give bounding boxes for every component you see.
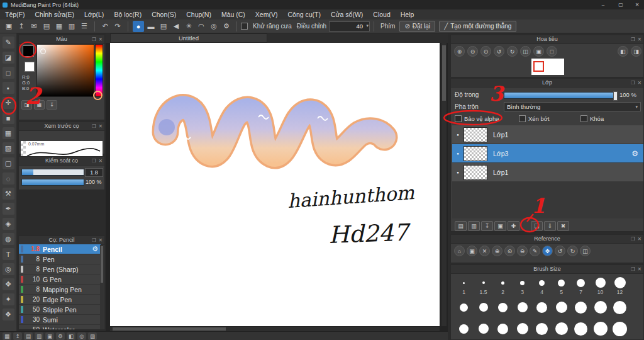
menu-item[interactable]: Công cụ(T) bbox=[282, 9, 326, 20]
popout-icon[interactable]: ❐ bbox=[631, 235, 635, 243]
brush-list-scrollbar[interactable] bbox=[100, 245, 104, 329]
brush-size-option[interactable] bbox=[454, 299, 474, 315]
tool-icon[interactable]: ▦ bbox=[3, 127, 14, 139]
tool-icon[interactable]: ◌ bbox=[3, 173, 14, 184]
brush-mode-icon[interactable]: ⚙ bbox=[221, 21, 232, 32]
menu-item[interactable]: Bộ lọc(R) bbox=[109, 9, 147, 20]
status-bar-icon[interactable]: ▤ bbox=[24, 332, 33, 340]
tool-icon[interactable]: ✎ bbox=[3, 37, 14, 48]
brush-size-option[interactable] bbox=[532, 299, 552, 315]
tool-icon[interactable]: ◎ bbox=[3, 263, 14, 275]
status-bar-icon[interactable]: ◎ bbox=[77, 332, 86, 340]
reference-tool-icon[interactable]: ✎ bbox=[530, 246, 540, 256]
close-icon[interactable]: ✕ bbox=[638, 35, 641, 43]
brush-size-option[interactable]: 3 bbox=[513, 276, 532, 295]
canvas-vertical-scrollbar[interactable] bbox=[441, 43, 447, 326]
tool-icon[interactable]: ✛ bbox=[3, 97, 14, 109]
brush-size-dot[interactable] bbox=[482, 281, 485, 284]
brush-list-item[interactable]: 10 G Pen ⚙ bbox=[19, 275, 101, 285]
navigator-zoom-icon[interactable]: ⊖ bbox=[467, 46, 478, 57]
hue-marker[interactable] bbox=[93, 91, 103, 100]
reference-tool-icon[interactable]: ▣ bbox=[467, 246, 477, 256]
canvas[interactable]: hainhunthom Hd247 bbox=[110, 43, 440, 326]
brush-mode-icon[interactable]: ◀ bbox=[170, 21, 182, 32]
brush-size-option[interactable] bbox=[474, 299, 493, 315]
reference-tool-icon[interactable]: ⊙ bbox=[504, 246, 515, 256]
toolbar-file-icon[interactable]: ▤ bbox=[41, 21, 52, 32]
status-bar-icon[interactable]: ▨ bbox=[88, 332, 97, 340]
brush-size-option[interactable] bbox=[552, 299, 571, 315]
brush-size-option[interactable] bbox=[493, 320, 513, 337]
brush-list-item[interactable]: 8 Mapping Pen ⚙ bbox=[19, 285, 101, 295]
close-icon[interactable]: ✕ bbox=[99, 35, 103, 43]
close-icon[interactable]: ✕ bbox=[638, 265, 641, 273]
tool-icon[interactable]: ⚒ bbox=[3, 188, 14, 200]
tool-icon[interactable]: ■ bbox=[3, 112, 14, 124]
gear-icon[interactable]: ⚙ bbox=[92, 245, 98, 253]
tool-icon[interactable]: ◈ bbox=[3, 218, 14, 230]
tool-icon[interactable]: ◪ bbox=[3, 52, 14, 64]
brush-size-option[interactable] bbox=[513, 299, 532, 315]
status-bar-icon[interactable]: ▣ bbox=[45, 332, 54, 340]
tool-icon[interactable]: ▧ bbox=[3, 142, 14, 154]
tool-icon[interactable]: ▢ bbox=[3, 157, 14, 169]
navigator-zoom-icon[interactable]: ↻ bbox=[507, 46, 518, 57]
minimize-button[interactable]: – bbox=[595, 0, 611, 9]
close-icon[interactable]: ✕ bbox=[99, 236, 103, 244]
tool-icon[interactable]: ✦ bbox=[3, 293, 14, 305]
navigator-thumbnail[interactable] bbox=[531, 59, 564, 75]
layer-thumbnail[interactable] bbox=[464, 127, 487, 142]
straight-line-button[interactable]: ╱ Tạo một đường thẳng bbox=[439, 21, 516, 32]
brush-size-option[interactable]: 5 bbox=[552, 276, 571, 295]
brush-size-option[interactable]: 4 bbox=[532, 276, 552, 295]
popout-icon[interactable]: ❐ bbox=[631, 35, 635, 43]
close-button[interactable]: ✕ bbox=[629, 0, 644, 9]
antialias-checkbox[interactable] bbox=[241, 23, 248, 30]
maximize-button[interactable]: ▢ bbox=[613, 0, 629, 9]
tool-icon[interactable]: ▪ bbox=[3, 82, 14, 94]
navigator-zoom-icon[interactable]: ⊙ bbox=[480, 46, 491, 57]
brush-size-option[interactable] bbox=[474, 320, 493, 337]
navigator-zoom-icon[interactable]: ⊕ bbox=[454, 46, 465, 57]
reference-tool-icon[interactable]: ⊕ bbox=[492, 246, 502, 256]
brush-mode-icon[interactable]: ◎ bbox=[208, 21, 219, 32]
brush-list-item[interactable]: 8 Pen ⚙ bbox=[19, 254, 101, 264]
layer-thumbnail[interactable] bbox=[464, 146, 487, 161]
brush-size-option[interactable] bbox=[532, 320, 552, 337]
undo-icon[interactable]: ↶ bbox=[99, 21, 111, 32]
viewport-rectangle[interactable] bbox=[533, 61, 544, 72]
layer-action-button[interactable]: ▣ bbox=[494, 221, 506, 231]
brush-size-dot[interactable] bbox=[614, 277, 626, 288]
reference-tool-icon[interactable]: ◫ bbox=[580, 246, 591, 256]
brush-opacity-slider[interactable] bbox=[21, 179, 84, 186]
tool-icon[interactable]: ✥ bbox=[3, 278, 14, 290]
color-cursor[interactable] bbox=[40, 48, 46, 54]
brush-mode-icon[interactable]: ◠ bbox=[196, 21, 207, 32]
gear-icon[interactable]: ⚙ bbox=[631, 149, 638, 158]
tool-icon[interactable]: T bbox=[3, 248, 14, 260]
navigator-zoom-icon[interactable]: ◧ bbox=[618, 46, 628, 57]
menu-item[interactable]: Help bbox=[396, 9, 419, 20]
menu-item[interactable]: Màu (C) bbox=[216, 9, 250, 20]
layer-name[interactable]: Lớp1 bbox=[493, 169, 508, 176]
menu-item[interactable]: Chỉnh sửa(E) bbox=[30, 9, 79, 20]
brush-size-option[interactable]: 10 bbox=[591, 276, 610, 295]
status-bar-icon[interactable]: ▦ bbox=[3, 332, 11, 340]
layer-row[interactable]: ● Lớp3 ⚙ bbox=[452, 144, 643, 162]
brush-size-option[interactable] bbox=[591, 320, 610, 337]
brush-size-option[interactable] bbox=[454, 320, 474, 337]
menu-item[interactable]: Cửa sổ(W) bbox=[326, 9, 368, 20]
brush-size-option[interactable] bbox=[571, 299, 591, 315]
close-icon[interactable]: ✕ bbox=[99, 122, 103, 130]
brush-size-option[interactable] bbox=[610, 299, 630, 315]
status-bar-icon[interactable]: ◧ bbox=[67, 332, 75, 340]
layer-name[interactable]: Lớp1 bbox=[493, 131, 508, 139]
tool-icon[interactable]: □ bbox=[3, 67, 14, 79]
brush-list-item[interactable]: 1.8 Pencil ⚙ bbox=[19, 244, 101, 254]
brush-size-slider[interactable] bbox=[21, 169, 84, 176]
menu-item[interactable]: Chọn(S) bbox=[147, 9, 181, 20]
layer-row[interactable]: ● Lớp1 ⚙ bbox=[452, 125, 643, 144]
toolbar-file-icon[interactable]: ▥ bbox=[66, 21, 77, 32]
popout-icon[interactable]: ❐ bbox=[92, 157, 96, 165]
brush-size-option[interactable] bbox=[591, 299, 610, 315]
